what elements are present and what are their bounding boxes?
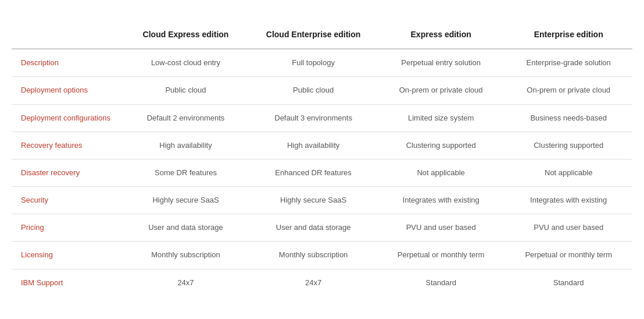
cell-express: Standard bbox=[377, 269, 505, 296]
comparison-table: Cloud Express edition Cloud Enterprise e… bbox=[12, 23, 632, 296]
cell-feature: Deployment options bbox=[12, 77, 122, 104]
cell-cloud_enterprise: Highly secure SaaS bbox=[249, 187, 377, 214]
column-header-feature bbox=[12, 23, 122, 49]
cell-cloud_express: User and data storage bbox=[122, 214, 250, 242]
cell-express: Limited size system bbox=[377, 104, 505, 132]
cell-cloud_express: Default 2 environments bbox=[122, 104, 250, 132]
cell-feature: Security bbox=[12, 187, 122, 214]
cell-cloud_express: Low-cost cloud entry bbox=[122, 49, 250, 77]
cell-cloud_enterprise: Monthly subscription bbox=[249, 242, 377, 269]
cell-enterprise: Integrates with existing bbox=[505, 187, 632, 214]
cell-express: Integrates with existing bbox=[377, 187, 505, 214]
cell-feature: Recovery features bbox=[12, 132, 122, 159]
cell-feature: IBM Support bbox=[12, 269, 122, 296]
cell-cloud_express: Highly secure SaaS bbox=[122, 187, 250, 214]
cell-enterprise: Standard bbox=[505, 269, 632, 296]
table-row: LicensingMonthly subscriptionMonthly sub… bbox=[12, 242, 632, 269]
column-header-enterprise: Enterprise edition bbox=[505, 23, 632, 49]
table-row: SecurityHighly secure SaaSHighly secure … bbox=[12, 187, 632, 214]
cell-express: On-prem or private cloud bbox=[377, 77, 505, 104]
cell-cloud_express: Monthly subscription bbox=[122, 242, 250, 269]
cell-cloud_express: 24x7 bbox=[122, 269, 250, 296]
cell-cloud_enterprise: 24x7 bbox=[249, 269, 377, 296]
cell-enterprise: PVU and user based bbox=[505, 214, 632, 242]
cell-express: Perpetual or monthly term bbox=[377, 242, 505, 269]
column-header-express: Express edition bbox=[377, 23, 505, 49]
cell-express: Not applicable bbox=[377, 159, 505, 186]
table-row: PricingUser and data storageUser and dat… bbox=[12, 214, 632, 242]
column-header-cloud-express: Cloud Express edition bbox=[122, 23, 250, 49]
table-row: Deployment configurationsDefault 2 envir… bbox=[12, 104, 632, 132]
cell-enterprise: Perpetual or monthly term bbox=[505, 242, 632, 269]
cell-enterprise: On-prem or private cloud bbox=[505, 77, 632, 104]
cell-express: Perpetual entry solution bbox=[377, 49, 505, 77]
cell-feature: Deployment configurations bbox=[12, 104, 122, 132]
cell-cloud_enterprise: High availability bbox=[249, 132, 377, 159]
cell-express: PVU and user based bbox=[377, 214, 505, 242]
cell-enterprise: Clustering supported bbox=[505, 132, 632, 159]
cell-feature: Licensing bbox=[12, 242, 122, 269]
cell-cloud_express: Public cloud bbox=[122, 77, 250, 104]
table-row: Deployment optionsPublic cloudPublic clo… bbox=[12, 77, 632, 104]
table-row: IBM Support24x724x7StandardStandard bbox=[12, 269, 632, 296]
cell-feature: Disaster recovery bbox=[12, 159, 122, 186]
cell-cloud_enterprise: User and data storage bbox=[249, 214, 377, 242]
cell-enterprise: Business needs-based bbox=[505, 104, 632, 132]
table-row: Disaster recoverySome DR featuresEnhance… bbox=[12, 159, 632, 186]
cell-cloud_enterprise: Full topology bbox=[249, 49, 377, 77]
cell-feature: Pricing bbox=[12, 214, 122, 242]
cell-cloud_enterprise: Enhanced DR features bbox=[249, 159, 377, 186]
cell-cloud_enterprise: Public cloud bbox=[249, 77, 377, 104]
cell-enterprise: Not applicable bbox=[505, 159, 632, 186]
table-row: Recovery featuresHigh availabilityHigh a… bbox=[12, 132, 632, 159]
cell-cloud_express: High availability bbox=[122, 132, 250, 159]
cell-cloud_enterprise: Default 3 environments bbox=[249, 104, 377, 132]
cell-cloud_express: Some DR features bbox=[122, 159, 250, 186]
cell-feature: Description bbox=[12, 49, 122, 77]
cell-express: Clustering supported bbox=[377, 132, 505, 159]
cell-enterprise: Enterprise-grade solution bbox=[505, 49, 632, 77]
table-row: DescriptionLow-cost cloud entryFull topo… bbox=[12, 49, 632, 77]
column-header-cloud-enterprise: Cloud Enterprise edition bbox=[249, 23, 377, 49]
